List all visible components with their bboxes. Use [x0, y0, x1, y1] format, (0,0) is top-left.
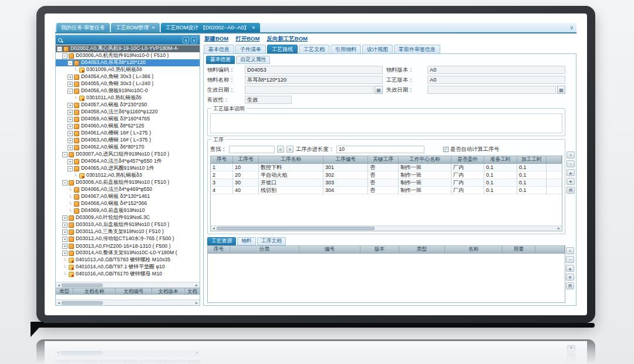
tree-item[interactable]: −D03006,A0,机壳组件919No10-0 ( F510 ) [56, 52, 200, 59]
detail-tab[interactable]: 子件清单 [235, 45, 266, 53]
toolbar-link[interactable]: 新建BOM [204, 35, 228, 43]
add-row-button[interactable]: + [566, 247, 574, 254]
detail-tab[interactable]: 引用物料 [331, 45, 361, 53]
detail-tab[interactable]: 设计视图 [362, 45, 393, 53]
calendar-icon[interactable]: ▦ [375, 86, 383, 94]
version-note-textarea[interactable] [210, 113, 562, 133]
document-horizontal-scrollbar[interactable]: ◄ ► [56, 299, 200, 305]
tree-item[interactable]: └0301012,A0,热轧钢板δ3 [56, 172, 200, 179]
expand-icon[interactable]: + [68, 131, 73, 136]
tree-item[interactable]: +D04058,A0,法兰δ6*φ1160*φ1220 [56, 109, 200, 116]
tree-item[interactable]: └D04066,A0,法兰δ4*φ469*φ550 [56, 186, 200, 193]
sub-tab[interactable]: 基本信息 [206, 56, 235, 64]
material-code-field[interactable]: D04053 [245, 66, 383, 74]
scroll-left-icon[interactable]: ◄ [56, 284, 62, 287]
step-length-input[interactable]: 10 [336, 146, 424, 153]
expand-icon[interactable]: + [62, 237, 68, 242]
expand-icon[interactable]: + [68, 124, 73, 129]
tree-item[interactable]: +D04055,A0,角钢 30x3 ( L=240 ) [56, 80, 200, 87]
scrollbar-thumb[interactable] [217, 227, 375, 230]
tree-item[interactable]: +D03010,A0,后盘板组件919No10 ( F510 ) [56, 221, 200, 228]
resource-tab[interactable]: 物料 [237, 237, 256, 245]
tree-item[interactable]: +D04059,A0,钢板 δ3*160*4765 [56, 116, 200, 123]
tree-item[interactable]: └0301009,A0,热轧钢板δ8 [56, 66, 200, 73]
collapse-icon[interactable]: − [68, 60, 73, 66]
tree-item[interactable]: +D03013,A0,FHZ200-16×18-1310 ( F500 ) [56, 242, 200, 250]
find-next-button[interactable]: > [286, 146, 294, 153]
detail-tab[interactable]: 工艺文档 [299, 45, 329, 53]
scroll-left-icon[interactable]: ◄ [211, 227, 217, 230]
tree-item[interactable]: −D04053,A0,吊耳δ8*120*120 [56, 59, 200, 66]
expand-icon[interactable]: + [62, 230, 68, 235]
move-up-button[interactable]: ▲ [566, 169, 575, 176]
tree-item[interactable]: └0401013,A0,GB/T5783 镀锌螺栓 M10x35 [56, 257, 200, 264]
expand-icon[interactable]: + [68, 82, 73, 87]
detail-tab[interactable]: 基本信息 [204, 45, 234, 53]
tree-item[interactable]: +D04063,A0,槽钢 16# ( L=375 ) [56, 137, 200, 144]
expand-icon[interactable]: + [62, 215, 68, 221]
grid-view-button[interactable]: ▤ [566, 187, 575, 194]
calendar-icon[interactable]: ▦ [557, 86, 565, 94]
tab-close-icon[interactable]: × [152, 25, 155, 31]
table-row[interactable]: 330开坡口303否制作一班厂内0.10.1 [211, 179, 562, 187]
tree-item[interactable]: +D04061,A0,槽钢 16# ( L=275 ) [56, 130, 200, 137]
expand-icon[interactable]: + [68, 103, 73, 108]
collapse-icon[interactable]: − [68, 89, 73, 94]
scroll-right-icon[interactable]: ► [194, 284, 200, 287]
tree-item[interactable]: +D03011,A0,三角支架919No10 ( F510 ) [56, 228, 200, 235]
tree-item[interactable]: −D04056,A0,侧板919No10C-0 [56, 87, 200, 95]
detail-tab[interactable]: 零部件审签信息 [394, 45, 440, 53]
tab-close-icon[interactable]: × [252, 25, 255, 31]
tree-item[interactable]: └0401014,A0,GB/T97.1 镀锌平垫圈 φ10 [56, 264, 200, 271]
tree-item[interactable]: +D04064,A0,法兰δ4*φ457*φ550 1件 [56, 158, 200, 165]
expand-icon[interactable]: + [62, 251, 68, 256]
tree-item[interactable]: −D03007,A0,进风口组件919No10 ( F510 ) [56, 151, 200, 158]
tree-item[interactable]: +D04054,A0,角钢 30x3 ( L=386 ) [56, 73, 200, 80]
tree-item[interactable]: −D04065,A0,进风圈919No10 1件 [56, 165, 200, 172]
tree-item[interactable]: −D03008,A0,前盘板组件919No10 ( F510 ) [56, 179, 200, 186]
collapse-icon[interactable]: − [68, 166, 73, 171]
validity-field[interactable]: 生效 [245, 96, 292, 104]
expand-icon[interactable]: + [68, 110, 73, 115]
tree-item[interactable]: └0401016,A0,GB/T6170 镀锌螺母 M10 [56, 271, 200, 278]
expand-icon[interactable]: + [68, 117, 73, 122]
tree-item[interactable]: +D03009,A0,叶轮组件919No6.3C [56, 214, 200, 221]
toolbar-link[interactable]: 反向新工艺BOM [267, 35, 308, 43]
tree-item[interactable]: └0301011,A0,热轧钢板δ5 [56, 95, 200, 102]
process-table-scrollbar[interactable]: ◄ ► [210, 225, 562, 231]
expand-icon[interactable]: + [68, 75, 73, 80]
scroll-right-icon[interactable]: ► [194, 301, 200, 305]
find-prev-button[interactable]: < [277, 146, 284, 153]
expire-date-field[interactable] [427, 86, 556, 94]
expand-icon[interactable]: + [62, 223, 68, 228]
tree-search-input[interactable] [64, 36, 181, 43]
window-tab[interactable]: 我的任务-审签任务 [56, 23, 110, 32]
sub-tab[interactable]: 自定义属性 [236, 56, 270, 64]
resource-tab[interactable]: 工序文档 [257, 237, 286, 245]
delete-row-button[interactable]: − [566, 160, 575, 167]
window-tab[interactable]: 工艺BOM设计 【D02002--A0--A0】× [161, 23, 260, 32]
tree-item[interactable]: +D04062,A0,钢板 δ6*80*170 [56, 144, 200, 151]
toolbar-link[interactable]: 打开BOM [235, 35, 259, 43]
tab-overflow-icon[interactable]: ∨ [569, 25, 574, 31]
move-up-button[interactable]: ▲ [566, 265, 574, 272]
tree-item[interactable]: +D04057,A0,钢板 δ3*230*250 [56, 102, 200, 109]
expand-icon[interactable]: + [62, 244, 68, 249]
tree-item[interactable]: +D03012,A0,传动组CT140水冷-765 ( F500 ) [56, 235, 200, 242]
scroll-left-icon[interactable]: ◄ [56, 301, 62, 305]
grid-view-button[interactable]: ▤ [566, 282, 574, 289]
detail-tab[interactable]: 工艺路线 [267, 45, 298, 53]
window-tab[interactable]: 工艺BOM管理× [111, 23, 160, 32]
add-row-button[interactable]: + [566, 151, 575, 159]
effective-date-field[interactable] [245, 86, 373, 94]
move-down-button[interactable]: ▼ [566, 274, 574, 281]
search-up-icon[interactable]: ∧ [183, 37, 189, 43]
collapse-icon[interactable]: − [62, 53, 68, 59]
material-version-field[interactable]: A0 [427, 66, 565, 74]
table-row[interactable]: 440线切割304否制作一班厂内0.10.1 [211, 187, 562, 194]
scrollbar-thumb[interactable] [62, 284, 103, 287]
resource-tab[interactable]: 工艺资源 [207, 237, 236, 245]
scroll-right-icon[interactable]: ► [556, 227, 562, 230]
tree-item[interactable]: └D04067,A0,钢板 δ3*130*1461 [56, 193, 200, 200]
scrollbar-thumb[interactable] [62, 301, 103, 305]
